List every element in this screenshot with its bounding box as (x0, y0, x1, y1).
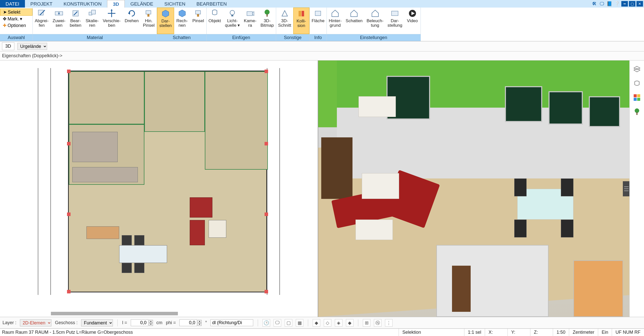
properties-hint-bar[interactable]: Eigenschaften (Doppelklick)-> (0, 51, 644, 60)
floor-plan[interactable] (68, 71, 267, 292)
einst-beleuchtung-button[interactable]: Beleuch- tung (365, 8, 385, 34)
status-ratio: 1:1 sel (464, 329, 485, 336)
material-bearbeiten-button[interactable]: Bear- beiten (68, 8, 84, 34)
material-zuweisen-button[interactable]: Zuwei- sen (51, 8, 68, 34)
more-icon[interactable]: ⋮ (385, 319, 393, 327)
sonstige-3dschnitt-button[interactable]: 3D- Schnitt (276, 8, 293, 34)
brush-back-icon (144, 9, 153, 18)
einfuegen-objekt-button[interactable]: Objekt (207, 8, 223, 34)
grid-icon[interactable]: ⊞ (363, 319, 370, 327)
menu-tab-projekt[interactable]: PROJEKT (25, 0, 58, 8)
einst-hintergrund-button[interactable]: Hinter- grund (327, 8, 344, 34)
svg-marker-25 (351, 10, 357, 17)
house-shadow-icon (350, 9, 358, 18)
menu-tab-gelaende[interactable]: GELÄNDE (125, 0, 159, 8)
minimize-button[interactable]: ━ (621, 1, 628, 7)
cm-label: cm (156, 320, 163, 325)
main-menu-bar: DATEI PROJEKT KONSTRUKTION 3D GELÄNDE SI… (0, 0, 644, 8)
einfuegen-3dbitmap-button[interactable]: 3D- Bitmap (259, 8, 276, 34)
menu-tab-bearbeiten[interactable]: BEARBEITEN (191, 0, 232, 8)
monitor-icon[interactable]: 🖵 (274, 319, 281, 327)
length-down[interactable]: ▼ (149, 323, 153, 326)
house-light-icon (371, 9, 379, 18)
close-button[interactable]: ✕ (636, 1, 643, 7)
sonstige-kollision-button[interactable]: Kolli- sion (293, 8, 309, 34)
select-tool-button[interactable]: ➤ Selekt (0, 9, 33, 16)
group-label-auswahl: Auswahl (0, 34, 33, 41)
status-scale: 1:50 (553, 329, 569, 336)
house-bg-icon (331, 9, 339, 18)
einst-video-button[interactable]: Video (404, 8, 421, 34)
tree-icon (263, 9, 271, 18)
ribbon-toolbar: ➤ Selekt ✥ Mark.▾ ✚ Optionen Auswahl Abg… (0, 8, 644, 41)
material-hinpinsel-button[interactable]: Hin. Pinsel (141, 8, 157, 34)
tree2-icon[interactable] (633, 107, 641, 116)
dl-input[interactable] (210, 319, 253, 326)
status-left: Raum Raum 37 RAUM - 1.5cm Putz L=Räume G… (0, 329, 399, 336)
phi-up[interactable]: ▲ (198, 320, 202, 323)
properties-hint-label: Eigenschaften (Doppelklick)-> (2, 53, 62, 58)
furniture-icon[interactable] (633, 79, 641, 88)
schatten-rechnen-button[interactable]: Rech- nen (174, 8, 190, 34)
status-y: Y: (508, 329, 530, 336)
einst-schatten-button[interactable]: Schatten (344, 8, 365, 34)
diamond4-icon[interactable]: ◆ (346, 319, 353, 327)
menu-tab-3d[interactable]: 3D (107, 0, 125, 8)
svg-rect-10 (147, 14, 149, 17)
view-mode-chip[interactable]: 3D (2, 42, 14, 50)
schatten-darstellen-button[interactable]: Dar- stellen (157, 8, 174, 34)
diamond1-icon[interactable]: ◆ (313, 319, 320, 327)
schatten-pinsel-button[interactable]: Pinsel (190, 8, 206, 34)
viewport-3d[interactable] (318, 60, 629, 317)
einst-darstellung-button[interactable]: Dar- stellung (385, 8, 404, 34)
cube-shadow-icon (161, 9, 170, 18)
cube-calc-icon (178, 9, 186, 18)
diamond2-icon[interactable]: ◇ (324, 319, 331, 327)
square-icon[interactable]: ▢ (285, 319, 292, 327)
north-icon[interactable]: Ⓝ (374, 319, 381, 327)
status-unit: Zentimeter (569, 329, 598, 336)
move-icon (107, 9, 116, 18)
menu-tab-datei[interactable]: DATEI (0, 0, 25, 8)
color-swatch-icon[interactable] (633, 93, 641, 102)
phi-label: phi = (166, 320, 176, 325)
einfuegen-lichtquelle-button[interactable]: Licht- quelle ▾ (223, 8, 242, 34)
split-handle[interactable] (623, 181, 629, 196)
camera-icon (246, 9, 254, 18)
menu-tab-sichten[interactable]: SICHTEN (159, 0, 191, 8)
maximize-button[interactable]: ▢ (629, 1, 635, 7)
svg-rect-20 (267, 14, 268, 17)
layer-select[interactable]: 2D-Elemen (20, 319, 51, 326)
length-input[interactable] (131, 319, 148, 326)
svg-rect-22 (302, 11, 304, 16)
material-drehen-button[interactable]: Drehen (123, 8, 141, 34)
stack-icon[interactable]: ▦ (296, 319, 303, 327)
svg-rect-17 (247, 12, 252, 16)
side-tool-strip (629, 60, 644, 317)
h-scrollbar[interactable] (51, 312, 178, 315)
material-verschieben-button[interactable]: Verschie- ben (101, 8, 123, 34)
material-skalieren-button[interactable]: Skalie- ren (84, 8, 101, 34)
material-abgreifen-button[interactable]: Abgrei- fen (33, 8, 51, 34)
mark-tool-button[interactable]: ✥ Mark.▾ (0, 16, 33, 22)
length-up[interactable]: ▲ (149, 320, 153, 323)
tool-icon[interactable]: 🛠 (591, 1, 598, 7)
diamond3-icon[interactable]: ◈ (335, 319, 342, 327)
terrain-select[interactable]: Urgelände (17, 43, 47, 50)
info-flaeche-button[interactable]: Fläche (310, 8, 327, 34)
viewport-2d[interactable] (0, 60, 318, 317)
bulb-icon (228, 9, 237, 18)
options-button[interactable]: ✚ Optionen (0, 22, 33, 29)
geschoss-select[interactable]: Fundament (81, 319, 113, 326)
phi-down[interactable]: ▼ (198, 323, 202, 326)
screen-icon[interactable]: 🖵 (599, 1, 605, 7)
help-icon[interactable]: ❔ (614, 1, 620, 7)
layers-icon[interactable] (633, 65, 641, 74)
einfuegen-kamera-button[interactable]: Kame- ra (242, 8, 259, 34)
layer-label: Layer : (3, 320, 16, 325)
book-icon[interactable]: 📘 (606, 1, 613, 7)
menu-tab-konstruktion[interactable]: KONSTRUKTION (58, 0, 107, 8)
group-label-material: Material (33, 34, 157, 41)
clock-icon[interactable]: 🕒 (263, 319, 270, 327)
phi-input[interactable] (179, 319, 197, 326)
